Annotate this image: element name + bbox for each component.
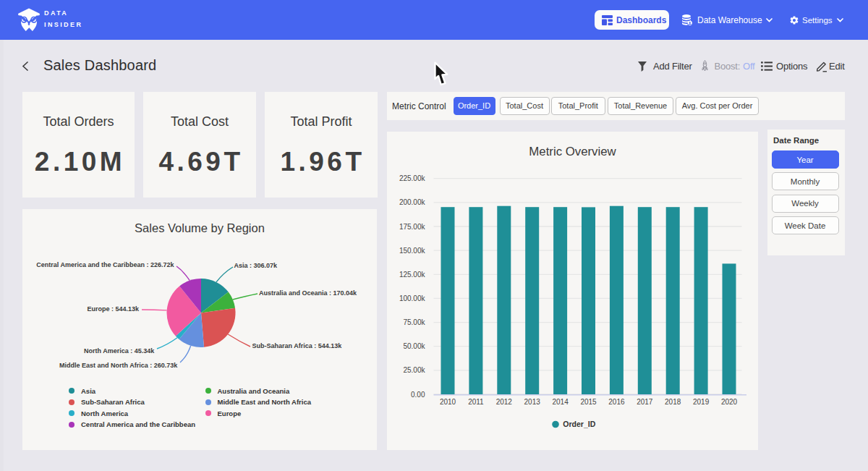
svg-text:Order_ID: Order_ID <box>563 420 595 428</box>
svg-text:2020: 2020 <box>721 398 738 406</box>
svg-text:100.00k: 100.00k <box>399 294 426 302</box>
svg-text:2014: 2014 <box>552 398 569 406</box>
svg-text:125.00k: 125.00k <box>399 271 426 279</box>
svg-text:2016: 2016 <box>608 398 625 406</box>
svg-text:2010: 2010 <box>440 398 456 406</box>
svg-text:225.00k: 225.00k <box>399 174 426 182</box>
svg-text:175.00k: 175.00k <box>399 223 426 231</box>
svg-text:2018: 2018 <box>665 398 681 406</box>
svg-text:2013: 2013 <box>524 398 541 406</box>
svg-text:2017: 2017 <box>637 398 653 406</box>
svg-text:2015: 2015 <box>580 398 597 406</box>
svg-text:2011: 2011 <box>468 398 484 406</box>
svg-text:200.00k: 200.00k <box>399 198 426 206</box>
svg-text:75.00k: 75.00k <box>403 318 425 326</box>
svg-text:0.00: 0.00 <box>411 391 425 399</box>
svg-text:2019: 2019 <box>693 398 710 406</box>
svg-text:50.00k: 50.00k <box>403 342 425 350</box>
svg-text:25.00k: 25.00k <box>403 366 425 374</box>
svg-text:150.00k: 150.00k <box>399 247 426 255</box>
svg-text:2012: 2012 <box>496 398 513 406</box>
